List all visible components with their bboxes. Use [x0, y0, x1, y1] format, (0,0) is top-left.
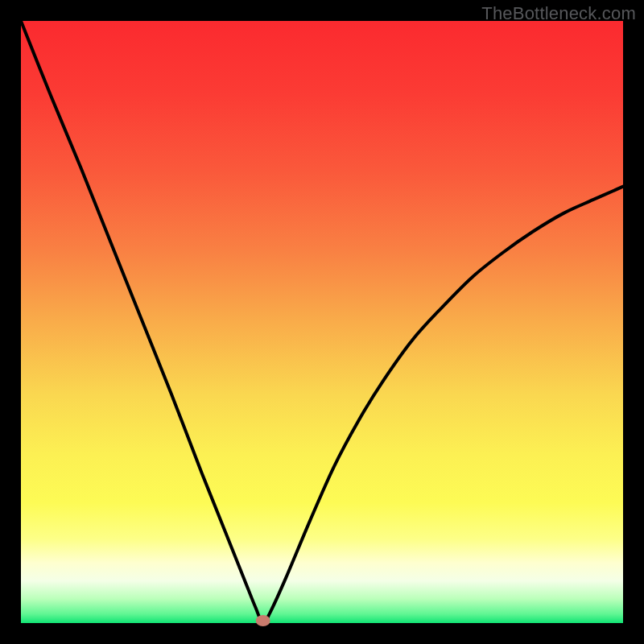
- bottleneck-chart: [0, 0, 644, 644]
- optimal-point-marker: [256, 615, 270, 626]
- plot-background: [21, 21, 623, 623]
- chart-container: TheBottleneck.com: [0, 0, 644, 644]
- watermark-text: TheBottleneck.com: [481, 3, 636, 24]
